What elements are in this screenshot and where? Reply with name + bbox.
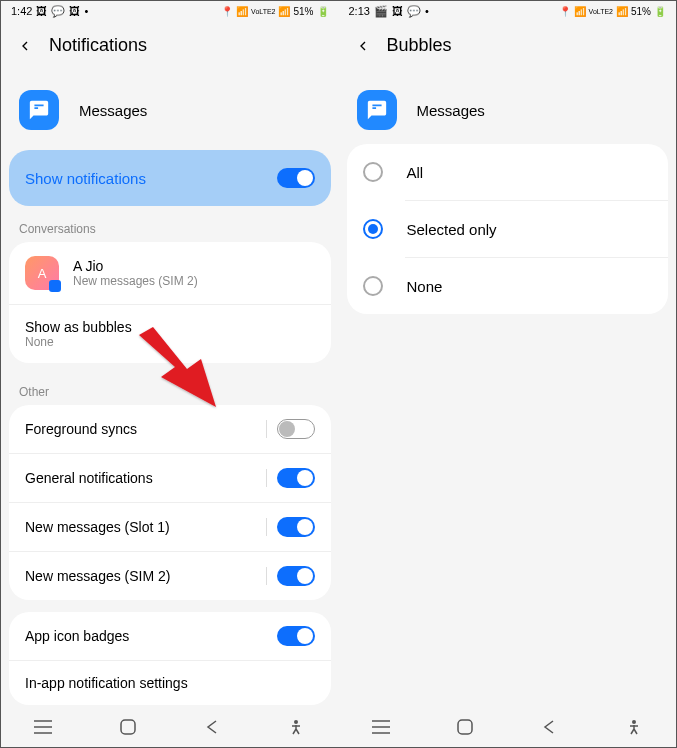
- app-icon-badges-row[interactable]: App icon badges: [9, 612, 331, 661]
- screen-bubbles: 2:13 🎬 🖼 💬 • 📍 📶 VoLTE2 📶 51% 🔋 Bubbles …: [339, 1, 677, 747]
- back-button[interactable]: [200, 715, 224, 739]
- more-icon: •: [84, 5, 88, 17]
- radio-all[interactable]: [363, 162, 383, 182]
- show-notifications-label: Show notifications: [25, 170, 146, 187]
- show-as-bubbles-value: None: [25, 335, 132, 349]
- accessibility-button[interactable]: [284, 715, 308, 739]
- section-other: Other: [1, 375, 339, 405]
- conversation-item[interactable]: A A Jio New messages (SIM 2): [9, 242, 331, 305]
- option-selected-only[interactable]: Selected only: [347, 201, 669, 257]
- accessibility-button[interactable]: [622, 715, 646, 739]
- battery-text: 51%: [293, 6, 313, 17]
- in-app-settings-row[interactable]: In-app notification settings: [9, 661, 331, 705]
- new-messages-slot1-toggle[interactable]: [277, 517, 315, 537]
- chat-icon: 💬: [51, 5, 65, 18]
- general-notifications-toggle[interactable]: [277, 468, 315, 488]
- page-title: Notifications: [49, 35, 147, 56]
- foreground-syncs-toggle[interactable]: [277, 419, 315, 439]
- show-as-bubbles-row[interactable]: Show as bubbles None: [9, 305, 331, 363]
- option-none[interactable]: None: [347, 258, 669, 314]
- show-notifications-toggle[interactable]: [277, 168, 315, 188]
- page-title: Bubbles: [387, 35, 452, 56]
- location-icon: 📍: [559, 6, 571, 17]
- signal-icon: 📶: [616, 6, 628, 17]
- image-icon: 🖼: [36, 5, 47, 17]
- conversation-name: A Jio: [73, 258, 198, 274]
- conversation-avatar: A: [25, 256, 59, 290]
- more-icon: •: [425, 5, 429, 17]
- back-icon[interactable]: [17, 38, 33, 54]
- status-time: 1:42: [11, 5, 32, 17]
- new-messages-slot1-row[interactable]: New messages (Slot 1): [9, 503, 331, 552]
- status-time: 2:13: [349, 5, 370, 17]
- nav-bar: [1, 707, 339, 747]
- battery-icon: 🔋: [317, 6, 329, 17]
- signal-icon: 📶: [278, 6, 290, 17]
- wifi-icon: 📶: [236, 6, 248, 17]
- chat-icon: 💬: [407, 5, 421, 18]
- home-button[interactable]: [453, 715, 477, 739]
- show-notifications-row[interactable]: Show notifications: [9, 150, 331, 206]
- general-notifications-row[interactable]: General notifications: [9, 454, 331, 503]
- section-conversations: Conversations: [1, 212, 339, 242]
- network-label: VoLTE2: [251, 8, 275, 15]
- back-icon[interactable]: [355, 38, 371, 54]
- video-icon: 🎬: [374, 5, 388, 18]
- battery-text: 51%: [631, 6, 651, 17]
- avatar-badge-icon: [49, 280, 61, 292]
- svg-rect-8: [458, 720, 472, 734]
- image-icon: 🖼: [69, 5, 80, 17]
- nav-bar: [339, 707, 677, 747]
- header: Notifications: [1, 21, 339, 76]
- app-name: Messages: [417, 102, 485, 119]
- svg-point-4: [294, 720, 298, 724]
- app-icon-badges-toggle[interactable]: [277, 626, 315, 646]
- conversation-sub: New messages (SIM 2): [73, 274, 198, 288]
- back-button[interactable]: [537, 715, 561, 739]
- home-button[interactable]: [116, 715, 140, 739]
- recents-button[interactable]: [369, 715, 393, 739]
- app-name: Messages: [79, 102, 147, 119]
- new-messages-sim2-row[interactable]: New messages (SIM 2): [9, 552, 331, 600]
- app-header: Messages: [1, 76, 339, 144]
- battery-icon: 🔋: [654, 6, 666, 17]
- show-as-bubbles-label: Show as bubbles: [25, 319, 132, 335]
- location-icon: 📍: [221, 6, 233, 17]
- new-messages-sim2-toggle[interactable]: [277, 566, 315, 586]
- image-icon: 🖼: [392, 5, 403, 17]
- conversations-card: A A Jio New messages (SIM 2) Show as bub…: [9, 242, 331, 363]
- messages-app-icon: [19, 90, 59, 130]
- badges-card: App icon badges In-app notification sett…: [9, 612, 331, 705]
- network-label: VoLTE2: [589, 8, 613, 15]
- other-card: Foreground syncs General notifications N…: [9, 405, 331, 600]
- foreground-syncs-row[interactable]: Foreground syncs: [9, 405, 331, 454]
- radio-selected-only[interactable]: [363, 219, 383, 239]
- screen-notifications: 1:42 🖼 💬 🖼 • 📍 📶 VoLTE2 📶 51% 🔋 Notifica…: [1, 1, 339, 747]
- status-bar: 1:42 🖼 💬 🖼 • 📍 📶 VoLTE2 📶 51% 🔋: [1, 1, 339, 21]
- radio-none[interactable]: [363, 276, 383, 296]
- option-all[interactable]: All: [347, 144, 669, 200]
- app-header: Messages: [339, 76, 677, 144]
- header: Bubbles: [339, 21, 677, 76]
- status-bar: 2:13 🎬 🖼 💬 • 📍 📶 VoLTE2 📶 51% 🔋: [339, 1, 677, 21]
- recents-button[interactable]: [31, 715, 55, 739]
- svg-rect-3: [121, 720, 135, 734]
- svg-point-9: [632, 720, 636, 724]
- messages-app-icon: [357, 90, 397, 130]
- wifi-icon: 📶: [574, 6, 586, 17]
- options-card: All Selected only None: [347, 144, 669, 314]
